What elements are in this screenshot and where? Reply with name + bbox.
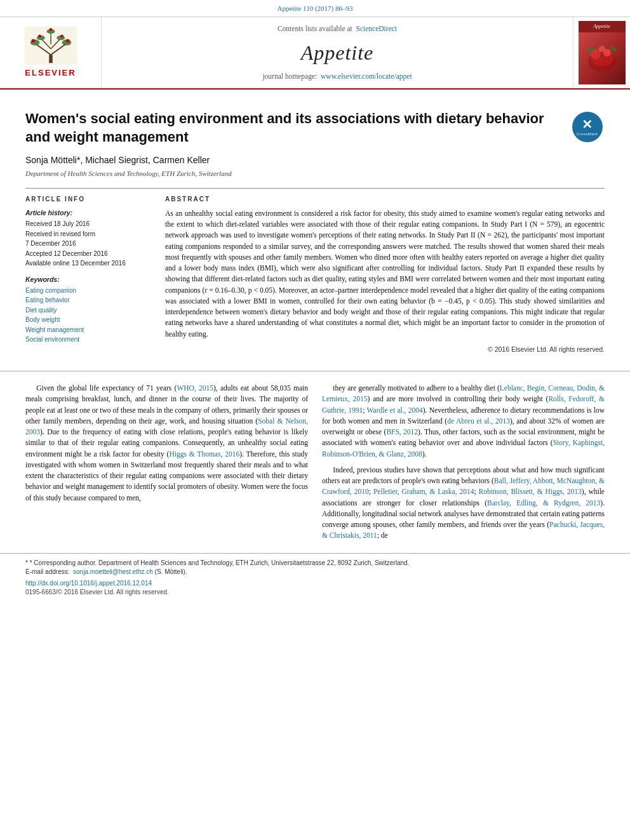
main-content: Women's social eating environment and it… [0, 90, 630, 361]
footnote-text-content: * Corresponding author. Department of He… [30, 559, 410, 566]
ref-wardle-2004[interactable]: Wardle et al., 2004 [367, 406, 423, 414]
cover-illustration-icon [583, 36, 621, 81]
svg-point-21 [599, 46, 605, 52]
abstract-column: ABSTRACT As an unhealthy social eating e… [165, 195, 605, 361]
footnote-area: * * Corresponding author. Department of … [0, 553, 630, 600]
contents-label: Contents lists available at [278, 25, 352, 32]
citation-bar: Appetite 110 (2017) 86–93 [0, 0, 630, 17]
authors: Sonja Mötteli*, Michael Siegrist, Carmen… [25, 154, 605, 166]
section-divider [0, 371, 630, 371]
history-item-2: 7 December 2016 [25, 239, 152, 249]
svg-point-14 [38, 34, 41, 37]
ref-sobal-2003[interactable]: Sobal & Nelson, 2003 [25, 417, 308, 436]
sciencedirect-link[interactable]: ScienceDirect [354, 25, 397, 32]
elsevier-wordmark: ELSEVIER [25, 67, 76, 79]
contents-available-line: Contents lists available at ScienceDirec… [278, 23, 397, 34]
homepage-label: journal homepage: [262, 72, 317, 80]
keyword-1: Eating behavior [25, 296, 152, 305]
title-area: Women's social eating environment and it… [25, 110, 605, 146]
journal-name: Appetite [301, 38, 374, 67]
elsevier-logo-area: ELSEVIER [0, 17, 102, 88]
cover-body [579, 32, 626, 84]
cover-top: Appetite [579, 21, 626, 32]
keyword-5: Social environment [25, 335, 152, 345]
email-label: E-mail address: [25, 568, 69, 575]
abstract-text: As an unhealthy social eating environmen… [165, 208, 605, 340]
doi-line[interactable]: http://dx.doi.org/10.1016/j.appet.2016.1… [25, 579, 605, 589]
svg-point-13 [66, 39, 70, 43]
article-history-list: Received 18 July 2016 Received in revise… [25, 220, 152, 269]
ref-deabreu-2013[interactable]: de Abreu et al., 2013 [447, 417, 510, 425]
svg-point-15 [60, 34, 64, 37]
ref-higgs-2016[interactable]: Higgs & Thomas, 2016 [169, 450, 239, 458]
svg-point-12 [31, 39, 35, 43]
ref-bfs-2012[interactable]: BFS, 2012 [386, 428, 418, 436]
copyright-line: © 2016 Elsevier Ltd. All rights reserved… [165, 345, 605, 361]
ref-barclay-2013[interactable]: Barclay, Edling, & Rydgren, 2013 [487, 499, 600, 507]
svg-rect-1 [49, 55, 53, 63]
journal-cover-image: Appetite [579, 21, 626, 84]
journal-center: Contents lists available at ScienceDirec… [102, 17, 573, 88]
svg-point-16 [49, 28, 52, 31]
crossmark-text: CrossMark [577, 131, 598, 137]
history-item-3: Accepted 12 December 2016 [25, 250, 152, 259]
keyword-0: Eating companion [25, 286, 152, 296]
keyword-4: Weight management [25, 326, 152, 335]
body-column-right: they are generally motivated to adhere t… [322, 383, 605, 547]
article-history-label: Article history: [25, 208, 152, 218]
article-info-abstract-section: ARTICLE INFO Article history: Received 1… [25, 188, 605, 361]
footnote-email-line: E-mail address: sonja.moetteli@hest.ethz… [25, 568, 605, 577]
crossmark-badge[interactable]: ✕ CrossMark [570, 110, 605, 145]
abstract-header: ABSTRACT [165, 195, 605, 204]
ref-pachucki-2011[interactable]: Pachucki, Jacques, & Christakis, 2011 [322, 521, 605, 539]
issn-line: 0195-6663/© 2016 Elsevier Ltd. All right… [25, 588, 605, 597]
ref-robinson-2013[interactable]: Robinson, Blissett, & Higgs, 2013 [479, 488, 582, 495]
body-column-left: Given the global life expectancy of 71 y… [25, 383, 308, 547]
homepage-url[interactable]: www.elsevier.com/locate/appet [319, 72, 412, 80]
affiliation: Department of Health Sciences and Techno… [25, 169, 605, 179]
elsevier-tree-icon [22, 27, 79, 65]
doi-text: http://dx.doi.org/10.1016/j.appet.2016.1… [25, 580, 152, 587]
history-item-1: Received in revised form [25, 230, 152, 239]
elsevier-logo: ELSEVIER [22, 27, 79, 79]
journal-cover-area: Appetite [573, 17, 630, 88]
journal-header: ELSEVIER Contents lists available at Sci… [0, 17, 630, 90]
body-paragraph-2: they are generally motivated to adhere t… [322, 383, 605, 460]
page: Appetite 110 (2017) 86–93 [0, 0, 630, 840]
keyword-3: Body weight [25, 316, 152, 325]
citation-text: Appetite 110 (2017) 86–93 [277, 4, 352, 12]
body-content: Given the global life expectancy of 71 y… [0, 378, 630, 547]
email-name: (S. Mötteli). [155, 568, 187, 575]
crossmark-circle: ✕ CrossMark [572, 112, 603, 142]
email-link[interactable]: sonja.moetteli@hest.ethz.ch [71, 568, 153, 575]
footnote-star: * [25, 559, 30, 566]
crossmark-x-icon: ✕ [582, 118, 593, 131]
article-title: Women's social eating environment and it… [25, 110, 605, 146]
article-info-column: ARTICLE INFO Article history: Received 1… [25, 195, 152, 361]
keywords-label: Keywords: [25, 275, 152, 284]
homepage-line: journal homepage: www.elsevier.com/locat… [262, 71, 412, 82]
keywords-section: Keywords: Eating companion Eating behavi… [25, 275, 152, 345]
body-paragraph-1: Given the global life expectancy of 71 y… [25, 383, 308, 503]
footnote-corresponding: * * Corresponding author. Department of … [25, 559, 605, 568]
history-item-0: Received 18 July 2016 [25, 220, 152, 229]
keyword-2: Diet quality [25, 306, 152, 316]
body-paragraph-3: Indeed, previous studies have shown that… [322, 465, 605, 542]
article-info-header: ARTICLE INFO [25, 195, 152, 204]
ref-pelletier-2014[interactable]: Pelletier, Graham, & Laska, 2014 [373, 488, 474, 495]
ref-who-2015[interactable]: WHO, 2015 [177, 384, 213, 392]
ref-story-2008[interactable]: Story, Kaphingst, Robinson-O'Brien, & Gl… [322, 439, 605, 457]
history-item-4: Available online 13 December 2016 [25, 259, 152, 269]
